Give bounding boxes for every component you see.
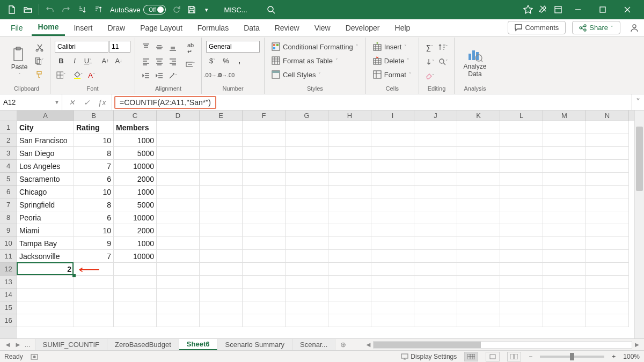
orientation-icon[interactable] (166, 70, 179, 83)
cell[interactable] (286, 134, 328, 147)
format-painter-icon[interactable] (33, 68, 46, 80)
cell[interactable] (371, 198, 414, 211)
cell[interactable] (543, 301, 586, 314)
cell[interactable] (74, 301, 114, 314)
cell[interactable] (586, 289, 629, 301)
cell[interactable] (328, 289, 371, 301)
cell[interactable] (586, 134, 629, 147)
sheet-tab[interactable]: ZeroBasedBudget (107, 339, 179, 350)
col-header-L[interactable]: L (500, 110, 543, 121)
cell[interactable] (371, 301, 414, 314)
cell[interactable] (157, 250, 200, 263)
cell[interactable] (200, 301, 243, 314)
comma-format-icon[interactable]: , (233, 54, 246, 67)
cell[interactable] (586, 314, 629, 327)
cell[interactable] (286, 314, 328, 327)
save-icon[interactable] (184, 2, 199, 17)
align-top-icon[interactable] (140, 41, 152, 54)
cell[interactable]: 6 (74, 211, 114, 224)
cell[interactable] (17, 301, 74, 314)
ribbon-display-icon[interactable] (551, 2, 566, 17)
cell[interactable] (457, 314, 500, 327)
cell[interactable] (328, 211, 371, 224)
cell[interactable] (243, 314, 286, 327)
cell[interactable] (200, 276, 243, 289)
cell[interactable] (500, 224, 543, 237)
cell[interactable] (243, 211, 286, 224)
cell[interactable] (74, 314, 114, 327)
row-header-2[interactable]: 2 (0, 134, 17, 147)
cancel-formula-icon[interactable]: ✕ (64, 98, 79, 107)
cell[interactable]: 10 (74, 186, 114, 198)
paste-button[interactable]: Paste ˅ (8, 41, 31, 84)
cell[interactable] (74, 289, 114, 301)
sort-desc-icon[interactable] (91, 2, 106, 17)
cell[interactable] (457, 301, 500, 314)
tab-page-layout[interactable]: Page Layout (134, 19, 189, 36)
cell[interactable] (200, 186, 243, 198)
cell[interactable] (414, 211, 457, 224)
row-header-13[interactable]: 13 (0, 276, 17, 289)
cell[interactable] (328, 134, 371, 147)
cell[interactable]: 10000 (114, 250, 157, 263)
cell[interactable] (286, 173, 328, 186)
expand-formula-bar-icon[interactable]: ˅ (631, 94, 644, 110)
number-format-select[interactable] (206, 41, 260, 53)
cell[interactable] (500, 160, 543, 173)
cell[interactable] (586, 211, 629, 224)
cell[interactable] (200, 134, 243, 147)
cell[interactable] (286, 250, 328, 263)
undo-icon[interactable] (42, 2, 57, 17)
cell[interactable] (500, 198, 543, 211)
cell[interactable] (243, 198, 286, 211)
col-header-B[interactable]: B (74, 110, 114, 121)
cell[interactable]: 1000 (114, 134, 157, 147)
cell[interactable] (243, 147, 286, 160)
cell[interactable]: Tampa Bay (17, 237, 74, 250)
tab-help[interactable]: Help (389, 19, 417, 36)
cell[interactable] (543, 224, 586, 237)
maximize-button[interactable] (590, 0, 615, 19)
cell[interactable] (543, 198, 586, 211)
cell[interactable] (414, 250, 457, 263)
merge-center-icon[interactable] (184, 58, 197, 71)
cell[interactable] (114, 263, 157, 276)
cell[interactable]: 2000 (114, 224, 157, 237)
cell[interactable] (586, 198, 629, 211)
cell[interactable]: 7 (74, 160, 114, 173)
autosum-icon[interactable]: ∑ (423, 41, 436, 54)
cell[interactable] (500, 314, 543, 327)
cell[interactable]: 7 (74, 250, 114, 263)
cell[interactable] (286, 276, 328, 289)
zoom-in-button[interactable]: + (612, 353, 616, 360)
increase-indent-icon[interactable] (153, 70, 166, 83)
cell[interactable]: 1000 (114, 186, 157, 198)
cell[interactable] (457, 237, 500, 250)
tab-developer[interactable]: Developer (339, 19, 386, 36)
cell[interactable] (328, 186, 371, 198)
font-name-input[interactable] (55, 41, 108, 53)
col-header-E[interactable]: E (200, 110, 243, 121)
align-left-icon[interactable] (140, 55, 152, 68)
minimize-button[interactable] (566, 0, 590, 19)
zoom-level[interactable]: 100% (623, 353, 640, 360)
tab-insert[interactable]: Insert (67, 19, 99, 36)
cell[interactable] (243, 289, 286, 301)
insert-function-icon[interactable]: ƒx (94, 98, 109, 107)
cell[interactable] (157, 289, 200, 301)
cell[interactable] (328, 237, 371, 250)
cell[interactable] (286, 289, 328, 301)
cell[interactable] (586, 160, 629, 173)
fill-color-icon[interactable] (72, 69, 85, 82)
cell[interactable] (586, 147, 629, 160)
enter-formula-icon[interactable]: ✓ (79, 98, 94, 107)
row-header-5[interactable]: 5 (0, 173, 17, 186)
cell[interactable] (328, 263, 371, 276)
row-header-4[interactable]: 4 (0, 160, 17, 173)
comments-button[interactable]: Comments (508, 21, 566, 34)
cell[interactable] (328, 224, 371, 237)
cell[interactable] (286, 186, 328, 198)
sort-asc-icon[interactable] (75, 2, 90, 17)
cell[interactable] (586, 237, 629, 250)
new-sheet-button[interactable]: ⊕ (335, 339, 350, 350)
